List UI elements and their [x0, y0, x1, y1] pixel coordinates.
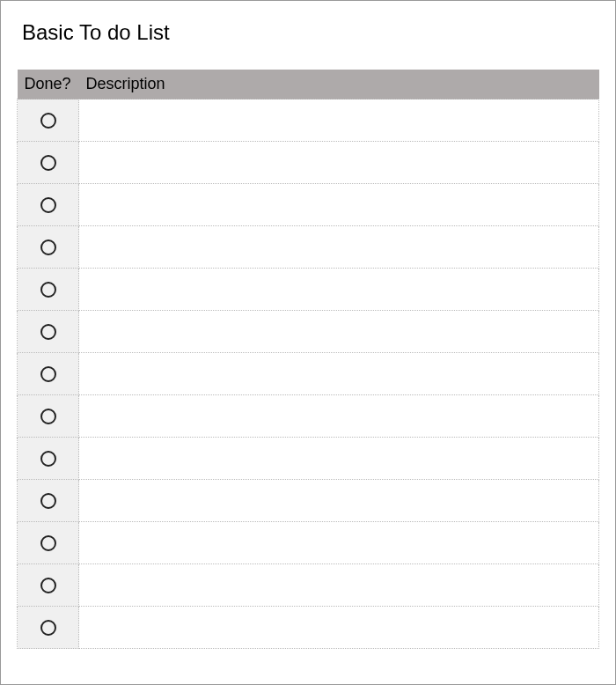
table-row [18, 269, 599, 311]
column-header-description: Description [79, 70, 599, 99]
done-cell[interactable] [18, 480, 79, 522]
circle-icon [40, 409, 56, 424]
table-row [18, 438, 599, 480]
todo-table: Done? Description [17, 70, 599, 649]
table-row [18, 142, 599, 184]
description-cell[interactable] [79, 564, 599, 607]
done-cell[interactable] [18, 353, 79, 395]
table-row [18, 395, 599, 438]
description-cell[interactable] [79, 269, 599, 311]
circle-icon [40, 113, 56, 129]
done-cell[interactable] [18, 269, 79, 311]
page-container: Basic To do List Done? Description [0, 0, 616, 685]
description-cell[interactable] [79, 311, 599, 353]
done-cell[interactable] [18, 311, 79, 353]
table-row [18, 564, 599, 607]
done-cell[interactable] [18, 438, 79, 480]
circle-icon [40, 493, 56, 509]
circle-icon [40, 620, 56, 636]
done-cell[interactable] [18, 226, 79, 269]
done-cell[interactable] [18, 142, 79, 184]
table-header-row: Done? Description [18, 70, 599, 99]
circle-icon [40, 578, 56, 593]
circle-icon [40, 239, 56, 255]
circle-icon [40, 535, 56, 551]
description-cell[interactable] [79, 438, 599, 480]
done-cell[interactable] [18, 184, 79, 226]
circle-icon [40, 155, 56, 171]
table-row [18, 184, 599, 226]
description-cell[interactable] [79, 353, 599, 395]
table-row [18, 353, 599, 395]
done-cell[interactable] [18, 99, 79, 142]
table-row [18, 522, 599, 564]
done-cell[interactable] [18, 607, 79, 649]
description-cell[interactable] [79, 522, 599, 564]
table-body [18, 99, 599, 649]
description-cell[interactable] [79, 226, 599, 269]
description-cell[interactable] [79, 184, 599, 226]
circle-icon [40, 324, 56, 340]
description-cell[interactable] [79, 99, 599, 142]
circle-icon [40, 366, 56, 382]
circle-icon [40, 282, 56, 298]
description-cell[interactable] [79, 480, 599, 522]
column-header-done: Done? [18, 70, 79, 99]
table-row [18, 311, 599, 353]
page-title: Basic To do List [22, 20, 599, 45]
description-cell[interactable] [79, 142, 599, 184]
description-cell[interactable] [79, 607, 599, 649]
circle-icon [40, 451, 56, 467]
table-row [18, 480, 599, 522]
table-row [18, 99, 599, 142]
description-cell[interactable] [79, 395, 599, 438]
circle-icon [40, 197, 56, 213]
done-cell[interactable] [18, 522, 79, 564]
table-row [18, 607, 599, 649]
done-cell[interactable] [18, 395, 79, 438]
table-row [18, 226, 599, 269]
done-cell[interactable] [18, 564, 79, 607]
